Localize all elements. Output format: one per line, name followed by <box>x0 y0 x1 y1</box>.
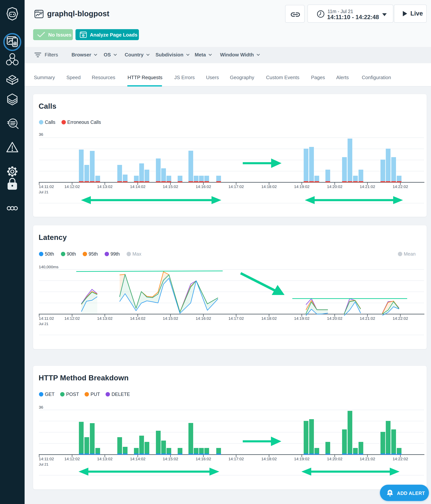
svg-text:36: 36 <box>39 405 43 409</box>
svg-text:14:13:02: 14:13:02 <box>97 184 113 189</box>
svg-text:14:20:02: 14:20:02 <box>327 316 343 321</box>
svg-text:14:22:02: 14:22:02 <box>393 184 408 189</box>
svg-text:14:22:02: 14:22:02 <box>393 316 408 321</box>
svg-text:Jul 21: Jul 21 <box>39 322 48 326</box>
svg-text:14:13:02: 14:13:02 <box>97 457 113 461</box>
svg-text:14:12:02: 14:12:02 <box>64 184 80 189</box>
svg-text:14:21:02: 14:21:02 <box>360 184 375 189</box>
svg-text:14:18:02: 14:18:02 <box>261 316 277 321</box>
svg-text:14:11:02: 14:11:02 <box>39 457 54 461</box>
svg-text:14:16:02: 14:16:02 <box>196 184 211 189</box>
svg-text:14:12:02: 14:12:02 <box>64 316 80 321</box>
svg-text:14:16:02: 14:16:02 <box>196 457 211 461</box>
svg-text:14:19:02: 14:19:02 <box>294 184 309 189</box>
svg-text:36: 36 <box>39 132 43 136</box>
svg-text:14:21:02: 14:21:02 <box>360 316 375 321</box>
svg-text:14:20:02: 14:20:02 <box>327 457 343 461</box>
svg-text:14:21:02: 14:21:02 <box>360 457 375 461</box>
svg-text:14:19:02: 14:19:02 <box>294 457 309 461</box>
svg-text:14:11:02: 14:11:02 <box>39 316 54 321</box>
svg-text:Jul 21: Jul 21 <box>39 190 48 194</box>
svg-text:14:22:02: 14:22:02 <box>393 457 408 461</box>
svg-text:14:11:02: 14:11:02 <box>39 184 54 189</box>
svg-text:Jul 21: Jul 21 <box>39 462 48 466</box>
svg-text:14:14:02: 14:14:02 <box>130 184 146 189</box>
svg-text:14:18:02: 14:18:02 <box>261 184 277 189</box>
svg-text:14:18:02: 14:18:02 <box>261 457 277 461</box>
svg-text:14:20:02: 14:20:02 <box>327 184 343 189</box>
svg-text:14:15:02: 14:15:02 <box>163 184 178 189</box>
svg-text:14:16:02: 14:16:02 <box>196 316 211 321</box>
svg-text:14:17:02: 14:17:02 <box>228 184 244 189</box>
svg-text:14:15:02: 14:15:02 <box>163 316 178 321</box>
svg-text:14:17:02: 14:17:02 <box>228 316 244 321</box>
svg-text:14:14:02: 14:14:02 <box>130 457 146 461</box>
svg-text:14:17:02: 14:17:02 <box>228 457 244 461</box>
svg-text:14:13:02: 14:13:02 <box>97 316 113 321</box>
svg-text:14:15:02: 14:15:02 <box>163 457 178 461</box>
svg-text:14:14:02: 14:14:02 <box>130 316 146 321</box>
svg-text:140,000ms: 140,000ms <box>39 265 58 269</box>
svg-text:14:19:02: 14:19:02 <box>294 316 309 321</box>
svg-text:14:12:02: 14:12:02 <box>64 457 80 461</box>
